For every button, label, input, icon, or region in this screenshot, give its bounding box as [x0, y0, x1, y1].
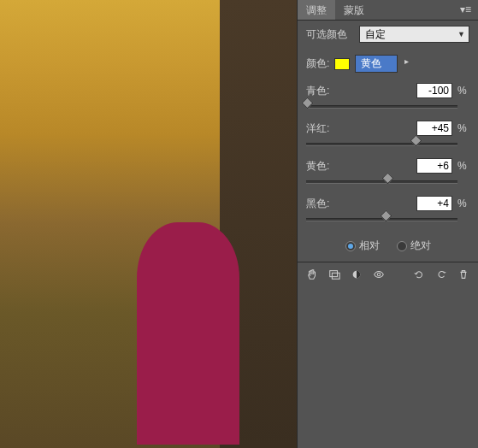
magenta-pct: %	[457, 122, 469, 134]
black-pct: %	[457, 197, 469, 209]
preset-value: 自定	[365, 27, 386, 42]
tab-adjust[interactable]: 调整	[298, 0, 335, 20]
black-input[interactable]	[416, 196, 452, 211]
color-swatch	[334, 58, 350, 70]
method-row: 相对 绝对	[298, 230, 478, 262]
black-thumb[interactable]	[380, 209, 392, 221]
radio-absolute-label: 绝对	[410, 239, 431, 253]
yellow-input[interactable]	[416, 158, 452, 174]
adjustments-panel: 调整 蒙版 ▾≡ 可选颜色 自定 颜色: 黄色 青色: % 洋红: %	[297, 0, 478, 448]
document-canvas[interactable]	[0, 0, 297, 448]
cyan-input[interactable]	[416, 83, 452, 98]
radio-relative-label: 相对	[359, 239, 380, 253]
radio-absolute-dot	[397, 241, 407, 251]
cyan-thumb[interactable]	[301, 97, 313, 109]
svg-rect-0	[330, 270, 338, 276]
selective-color-row: 可选颜色 自定	[298, 21, 478, 48]
panel-footer	[298, 262, 478, 286]
hand-icon[interactable]	[303, 265, 322, 284]
cyan-pct: %	[457, 85, 469, 97]
eye-icon[interactable]	[369, 265, 388, 284]
color-dropdown[interactable]: 黄色	[355, 55, 398, 73]
tab-mask[interactable]: 蒙版	[335, 0, 373, 20]
radio-relative[interactable]: 相对	[345, 239, 380, 253]
panel-tabs: 调整 蒙版 ▾≡	[298, 0, 478, 21]
radio-absolute[interactable]: 绝对	[397, 239, 431, 253]
panel-empty-area	[298, 286, 478, 448]
slider-magenta: 洋红: %	[298, 117, 478, 155]
panel-menu-icon[interactable]: ▾≡	[453, 0, 478, 20]
cyan-slider[interactable]	[306, 100, 457, 112]
black-slider[interactable]	[306, 213, 457, 225]
svg-point-3	[377, 273, 381, 276]
selective-color-label: 可选颜色	[306, 27, 354, 42]
clip-icon[interactable]	[347, 265, 366, 284]
magenta-thumb[interactable]	[410, 134, 422, 146]
svg-rect-1	[332, 273, 339, 279]
yellow-pct: %	[457, 160, 469, 172]
cyan-label: 青色:	[306, 84, 411, 98]
slider-yellow: 黄色: %	[298, 155, 478, 192]
slider-black: 黑色: %	[298, 192, 478, 230]
yellow-thumb[interactable]	[381, 172, 393, 184]
black-label: 黑色:	[306, 197, 411, 211]
yellow-label: 黄色:	[306, 159, 411, 174]
view-prev-icon[interactable]	[325, 265, 344, 284]
magenta-slider[interactable]	[306, 138, 457, 150]
trash-icon[interactable]	[454, 265, 473, 284]
radio-relative-dot	[345, 241, 356, 251]
magenta-label: 洋红:	[306, 121, 411, 136]
color-label: 颜色:	[306, 56, 329, 71]
magenta-input[interactable]	[416, 121, 452, 136]
color-select-row: 颜色: 黄色	[298, 48, 478, 80]
preset-dropdown[interactable]: 自定	[359, 26, 469, 43]
refresh-icon[interactable]	[432, 265, 451, 284]
reset-icon[interactable]	[410, 265, 428, 284]
slider-cyan: 青色: %	[298, 80, 478, 117]
yellow-slider[interactable]	[306, 175, 457, 187]
